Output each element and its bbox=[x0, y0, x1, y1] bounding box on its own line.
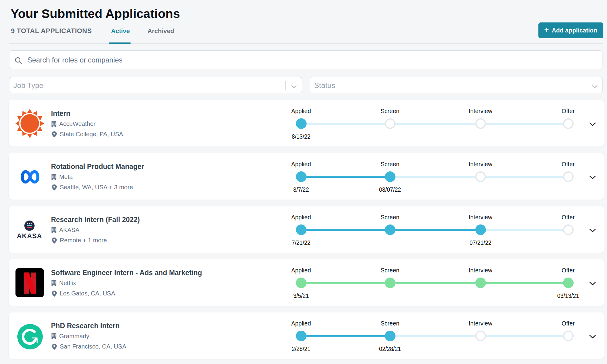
svg-text:AKASA: AKASA bbox=[17, 232, 42, 239]
